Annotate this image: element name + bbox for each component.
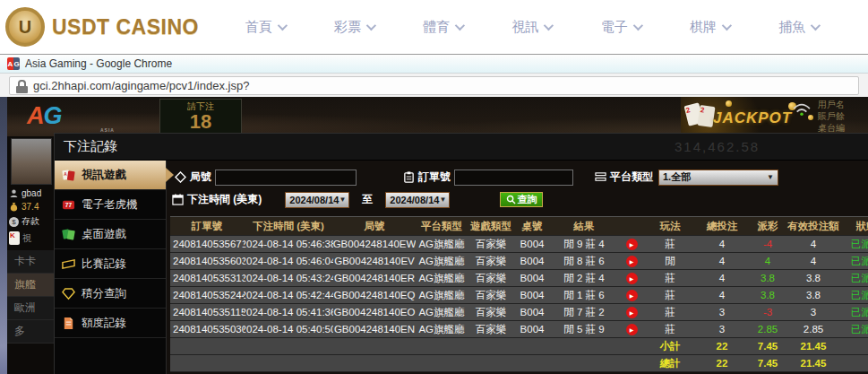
nav-label: 體育 <box>423 19 450 36</box>
nav-label: 捕魚 <box>778 19 805 36</box>
cell-payout: -4 <box>749 236 786 252</box>
cell-bet: 4 <box>695 270 749 286</box>
cell-empty <box>244 355 333 371</box>
header-round: 局號 <box>333 217 416 235</box>
chevron-down-icon <box>277 21 287 30</box>
coin-icon <box>726 100 732 107</box>
replay-icon[interactable]: ▶ <box>626 324 638 335</box>
ag-game-page: AG ASIA GAMING 請下注 18 2 2 JACKPOT <box>0 97 868 374</box>
cell-table: B004 <box>514 287 550 303</box>
cell-replay: ▶ <box>618 321 645 337</box>
replay-icon[interactable]: ▶ <box>626 290 638 301</box>
cell-time: 2024-08-14 05:42:44 <box>244 287 333 303</box>
table-row: 2408140535030382024-08-14 05:40:50GB0042… <box>170 321 868 338</box>
tag-icon <box>175 171 186 183</box>
cell-game: 百家樂 <box>468 236 514 252</box>
nav-item-slots[interactable]: 電子 <box>601 19 640 36</box>
balance-row: 37.4 <box>7 200 56 213</box>
header-status: 狀態 <box>840 217 868 235</box>
sidebar-item-quota-records[interactable]: 額度記錄 <box>55 309 166 338</box>
hall-tab-flagship[interactable]: 旗艦 <box>7 274 56 297</box>
header-result: 結果 <box>550 217 618 235</box>
screen: U USDT CASINO 首頁 彩票 體育 視訊 電子 棋牌 捕魚 AG As… <box>0 0 868 374</box>
hall-tab-cagayan[interactable]: 卡卡 <box>7 250 56 274</box>
sidebar-item-slots[interactable]: 77 電子老虎機 <box>55 190 166 220</box>
chrome-window-titlebar[interactable]: AG Asia Gaming - Google Chrome <box>0 54 868 74</box>
cell-empty <box>618 355 645 371</box>
dropdown-arrow-icon: ▼ <box>767 173 774 181</box>
cell-play: 莊 <box>645 321 695 337</box>
chevron-down-icon <box>811 21 821 30</box>
date-from-select[interactable]: 2024/08/14 ▼ <box>285 192 349 208</box>
cell-valid: 3.8 <box>786 270 840 286</box>
sidebar-label: 視訊遊戲 <box>82 168 126 183</box>
replay-icon[interactable]: ▶ <box>626 273 638 284</box>
replay-icon[interactable]: ▶ <box>626 307 638 318</box>
search-icon <box>506 195 516 204</box>
cell-valid: 3.8 <box>786 287 840 303</box>
replay-icon[interactable]: ▶ <box>626 239 638 250</box>
nav-item-live[interactable]: 視訊 <box>511 19 551 36</box>
cell-replay: ▶ <box>618 304 645 320</box>
cell-game: 百家樂 <box>468 270 514 286</box>
nav-item-sports[interactable]: 體育 <box>423 19 462 36</box>
sidebar-item-points-query[interactable]: 積分查詢 <box>55 279 166 309</box>
cell-summary-bet: 22 <box>695 355 749 371</box>
replay-icon[interactable]: ▶ <box>626 256 638 267</box>
cell-order: 240814053524468 <box>170 287 244 303</box>
nav-item-home[interactable]: 首頁 <box>245 19 285 36</box>
cell-payout: 3.8 <box>749 287 786 303</box>
chevron-down-icon <box>722 21 732 30</box>
round-no-input[interactable] <box>215 170 357 186</box>
cell-table: B004 <box>514 304 550 320</box>
modal-content: 局號 訂單號 平台類型 1.全部 <box>167 161 868 374</box>
sidebar-item-live-games[interactable]: A 視訊遊戲 <box>55 161 166 190</box>
cell-empty <box>468 338 514 354</box>
sidebar-label: 積分查詢 <box>82 286 126 301</box>
header-game: 遊戲類型 <box>468 217 514 235</box>
cell-summary-payout: 7.45 <box>749 355 786 371</box>
url-input[interactable]: gci.2hhapi.com/agingame/pcv1/index.jsp? <box>9 76 859 95</box>
date-from-value: 2024/08/14 <box>289 195 339 205</box>
cell-empty <box>244 338 333 354</box>
header-platform: 平台類型 <box>416 217 468 235</box>
cell-order: 240814053503038 <box>170 321 244 337</box>
order-no-input[interactable] <box>454 170 573 186</box>
cell-game: 百家樂 <box>468 304 514 320</box>
cell-bet: 3 <box>695 304 749 320</box>
video-games-tab-bg[interactable]: K 視 <box>7 230 56 247</box>
wifi-icon <box>792 102 812 117</box>
deposit-button[interactable]: $ 存款 <box>7 213 56 230</box>
cell-game: 百家樂 <box>468 287 514 303</box>
lock-icon[interactable] <box>18 80 26 86</box>
cell-replay: ▶ <box>618 270 645 286</box>
logo-emblem-icon: U <box>5 7 45 47</box>
document-icon <box>62 317 75 330</box>
date-to-select[interactable]: 2024/08/14 ▼ <box>385 192 450 208</box>
card-king-icon: K <box>9 231 20 245</box>
cell-round: GB004248140ER <box>333 270 416 286</box>
date-to-value: 2024/08/14 <box>390 195 439 205</box>
deposit-label: 存款 <box>21 215 39 228</box>
username-label: 用戶名 <box>818 99 868 110</box>
hall-tab-europe[interactable]: 歐洲 <box>7 297 56 320</box>
countdown-value: 18 <box>160 113 241 131</box>
cell-bet: 3 <box>695 321 749 337</box>
nav-item-fishing[interactable]: 捕魚 <box>778 19 818 36</box>
site-logo[interactable]: U USDT CASINO <box>0 7 211 47</box>
search-button[interactable]: 查詢 <box>500 192 543 207</box>
nav-item-lottery[interactable]: 彩票 <box>334 19 374 36</box>
sidebar-item-match-records[interactable]: 比賽記錄 <box>55 249 166 279</box>
subtotal-row: 小計227.4521.45 <box>170 338 868 355</box>
cell-status: 已派彩 <box>840 236 868 252</box>
platform-type-select[interactable]: 1.全部 ▼ <box>658 170 778 186</box>
cell-round: GB004248140EW <box>333 236 416 252</box>
money-bag-icon <box>9 202 19 212</box>
cell-play: 莊 <box>645 304 695 320</box>
cell-empty <box>416 338 468 354</box>
hall-tab-multi[interactable]: 多 <box>7 320 56 344</box>
nav-item-cards[interactable]: 棋牌 <box>690 19 729 36</box>
cell-empty <box>514 338 550 354</box>
sidebar-item-table-games[interactable]: 桌面遊戲 <box>55 220 166 249</box>
chrome-urlbar-row: gci.2hhapi.com/agingame/pcv1/index.jsp? <box>0 74 868 97</box>
